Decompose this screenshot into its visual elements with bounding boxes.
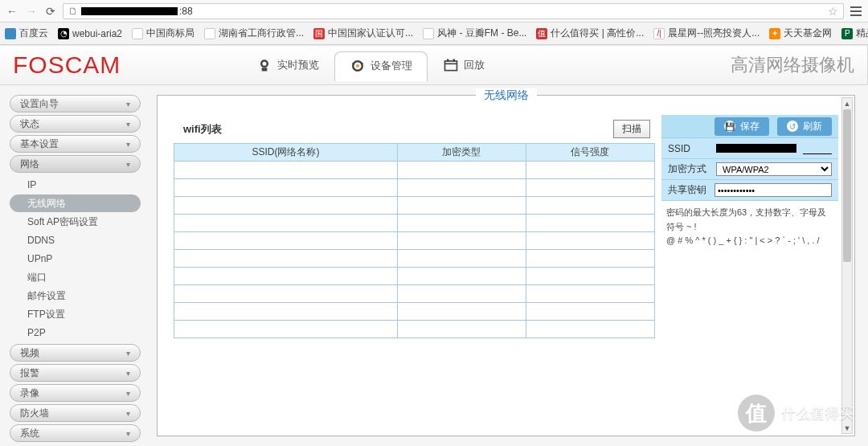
- save-button[interactable]: 💾 保存: [714, 117, 769, 136]
- sidebar-subitem[interactable]: UPnP: [10, 250, 141, 268]
- bookmark-label: webui-aria2: [72, 28, 122, 39]
- bookmark-item[interactable]: ✦天天基金网: [769, 27, 832, 40]
- encrypt-label: 加密方式: [668, 162, 710, 176]
- wifi-table-header: 信号强度: [526, 144, 654, 162]
- bookmark-item[interactable]: 湖南省工商行政管...: [204, 27, 304, 40]
- bookmark-label: 中国商标局: [146, 27, 194, 40]
- header-tab[interactable]: 实时预览: [241, 51, 334, 80]
- bookmark-item[interactable]: 国中国国家认证认可...: [313, 27, 413, 40]
- bookmark-item[interactable]: /|晨星网--照亮投资人...: [653, 27, 760, 40]
- chevron-down-icon: ▾: [126, 140, 130, 149]
- wifi-list-title: wifi列表: [183, 122, 222, 137]
- header-tab[interactable]: 设备管理: [334, 51, 428, 81]
- sidebar-subitem[interactable]: 端口: [10, 268, 141, 286]
- bookmark-item[interactable]: P精品绿色便携软件: [841, 27, 868, 40]
- sidebar: 设置向导▾状态▾基本设置▾网络▾IP无线网络Soft AP密码设置DDNSUPn…: [0, 85, 149, 446]
- scroll-up-icon[interactable]: ▲: [842, 98, 852, 108]
- bookmark-item[interactable]: ◔webui-aria2: [58, 28, 122, 39]
- bookmark-label: 精品绿色便携软件: [856, 27, 868, 40]
- tab-label: 回放: [464, 58, 485, 72]
- bookmarks-bar: 百度云◔webui-aria2中国商标局湖南省工商行政管...国中国国家认证认可…: [0, 23, 868, 45]
- sidebar-subitem[interactable]: DDNS: [10, 231, 141, 249]
- refresh-icon: ↺: [787, 121, 798, 132]
- tab-label: 设备管理: [371, 59, 412, 73]
- table-row[interactable]: [174, 179, 655, 197]
- wifi-list-section: wifi列表 扫描 SSID(网络名称)加密类型信号强度: [174, 115, 655, 426]
- sidebar-item[interactable]: 防火墙▾: [10, 404, 141, 422]
- sidebar-subitem[interactable]: 邮件设置: [10, 287, 141, 305]
- chevron-down-icon: ▾: [126, 409, 130, 418]
- bookmark-star-icon[interactable]: ☆: [828, 5, 838, 18]
- forward-button[interactable]: →: [24, 4, 39, 18]
- panel-scrollbar[interactable]: ▲ ▼: [841, 97, 853, 434]
- sidebar-item[interactable]: 网络▾: [10, 155, 141, 173]
- back-button[interactable]: ←: [5, 4, 19, 18]
- slogan: 高清网络摄像机: [731, 53, 854, 77]
- sidebar-item[interactable]: 基本设置▾: [10, 135, 141, 153]
- sidebar-item[interactable]: 视频▾: [10, 344, 141, 362]
- note-line1: 密码的最大长度为63，支持数字、字母及符号 ~ !: [666, 206, 833, 234]
- bookmark-item[interactable]: 值什么值得买 | 高性价...: [536, 27, 644, 40]
- bookmark-label: 湖南省工商行政管...: [219, 27, 304, 40]
- bookmark-label: 风神 - 豆瓣FM - Be...: [437, 27, 526, 40]
- sidebar-subitem[interactable]: FTP设置: [10, 305, 141, 323]
- sidebar-item[interactable]: 系统▾: [10, 424, 141, 442]
- url-bar[interactable]: 🗋 :88 ☆: [63, 3, 844, 19]
- hamburger-menu-icon[interactable]: [849, 4, 863, 18]
- scroll-thumb[interactable]: [843, 109, 851, 262]
- scan-button[interactable]: 扫描: [613, 120, 650, 138]
- svg-rect-5: [445, 61, 457, 71]
- bookmark-label: 中国国家认证认可...: [328, 27, 413, 40]
- encrypt-select[interactable]: WPA/WPA2: [716, 162, 832, 176]
- bookmark-icon: ✦: [769, 28, 780, 39]
- ssid-value-redacted: [716, 144, 796, 153]
- bookmark-item[interactable]: 百度云: [5, 27, 48, 40]
- page-header: FOSCAM 实时预览设备管理回放 高清网络摄像机: [0, 45, 868, 85]
- table-row[interactable]: [174, 321, 655, 338]
- bookmark-icon: 值: [536, 28, 547, 39]
- sidebar-item[interactable]: 报警▾: [10, 364, 141, 382]
- sidebar-item[interactable]: 状态▾: [10, 115, 141, 133]
- bookmark-label: 百度云: [19, 27, 48, 40]
- sidebar-item[interactable]: 设置向导▾: [10, 95, 141, 113]
- bookmark-icon: /|: [653, 28, 665, 39]
- table-row[interactable]: [174, 285, 655, 303]
- header-tabs: 实时预览设备管理回放: [241, 51, 500, 80]
- table-row[interactable]: [174, 268, 655, 285]
- sidebar-subitem[interactable]: P2P: [10, 324, 141, 342]
- sidebar-subitem[interactable]: 无线网络: [10, 194, 141, 212]
- table-row[interactable]: [174, 215, 655, 232]
- sidebar-item[interactable]: 录像▾: [10, 384, 141, 402]
- svg-rect-2: [262, 68, 268, 71]
- watermark: 值 什么值得买: [738, 395, 854, 432]
- bookmark-icon: [423, 28, 434, 39]
- watermark-text: 什么值得买: [781, 403, 854, 423]
- bookmark-item[interactable]: 风神 - 豆瓣FM - Be...: [423, 27, 526, 40]
- bookmark-icon: P: [841, 28, 853, 39]
- table-row[interactable]: [174, 250, 655, 268]
- url-redacted: [81, 7, 178, 15]
- header-tab[interactable]: 回放: [428, 51, 500, 80]
- key-label: 共享密钥: [668, 183, 708, 197]
- sidebar-subitem[interactable]: Soft AP密码设置: [10, 213, 141, 231]
- wifi-config-section: 💾 保存 ↺ 刷新 SSID: [661, 115, 838, 426]
- chevron-down-icon: ▾: [126, 369, 130, 378]
- sidebar-item-label: 录像: [20, 387, 39, 400]
- refresh-button[interactable]: ↺ 刷新: [777, 117, 832, 136]
- ssid-input[interactable]: [803, 143, 832, 154]
- reload-button[interactable]: ⟳: [43, 4, 58, 18]
- table-row[interactable]: [174, 303, 655, 321]
- table-row[interactable]: [174, 197, 655, 215]
- table-row[interactable]: [174, 232, 655, 250]
- table-row[interactable]: [174, 162, 655, 179]
- chevron-down-icon: ▾: [126, 349, 130, 358]
- svg-rect-7: [447, 59, 449, 61]
- key-input[interactable]: [714, 183, 832, 197]
- bookmark-icon: ◔: [58, 28, 69, 39]
- sidebar-submenu: IP无线网络Soft AP密码设置DDNSUPnP端口邮件设置FTP设置P2P: [10, 175, 141, 342]
- bookmark-item[interactable]: 中国商标局: [132, 27, 194, 40]
- wifi-table-header: 加密类型: [397, 144, 526, 162]
- save-label: 保存: [740, 120, 760, 133]
- sidebar-subitem[interactable]: IP: [10, 176, 141, 194]
- chevron-down-icon: ▾: [126, 100, 130, 108]
